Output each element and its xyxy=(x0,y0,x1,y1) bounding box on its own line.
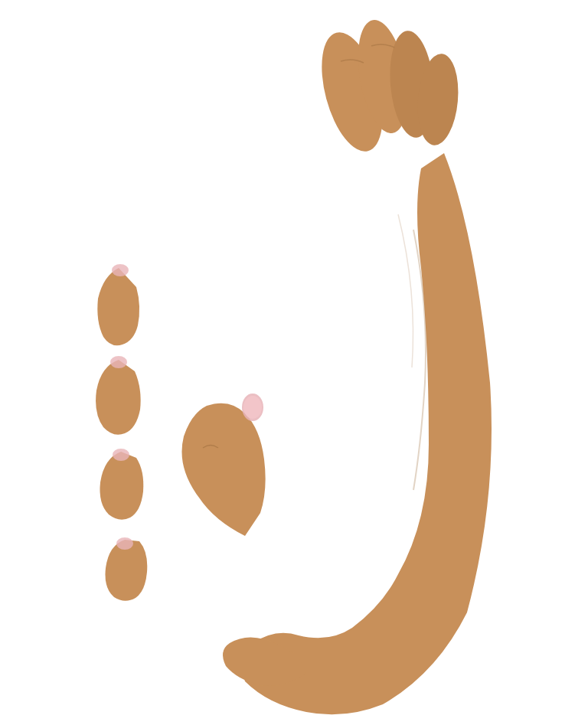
status-label-1: STATUS xyxy=(149,308,181,316)
disarm-all-button[interactable]: DISARM ALL xyxy=(286,168,349,202)
device-card-1: Samsung, Galaxy S8 Smartphone Mobile Car… xyxy=(138,266,360,326)
hamburger-icon[interactable]: ☰ xyxy=(149,106,161,123)
page-title: DISPLAY SECURITY xyxy=(159,144,349,156)
lock-all-button[interactable]: LOCK ALL xyxy=(149,168,211,202)
shield-icon-2: 🛡 xyxy=(337,367,349,381)
search-box[interactable]: 🔍 SEARCH xyxy=(149,238,349,260)
device-name-3: Apple, iPhone 11 xyxy=(149,400,234,410)
status-time: 11:53 xyxy=(150,80,174,91)
tab-secure-status[interactable]: SECURE STATUS (12) xyxy=(149,210,240,231)
notification-badge: 7 xyxy=(341,103,352,113)
app-header: ☰ LIVE DISPLAY 🔔 7 xyxy=(138,95,360,136)
search-container: 🔍 SEARCH xyxy=(138,232,360,266)
status-icons: N ⚡ 📶 🔋 xyxy=(308,82,348,90)
status-label-3: STATUS xyxy=(149,433,181,442)
status-label-2: STATUS xyxy=(149,371,181,379)
device-row-3[interactable]: Apple, iPhone 11 Mobile Table, Position … xyxy=(138,392,360,423)
shield-icon-1: 🛡 xyxy=(337,305,349,318)
chevron-right-icon-1: › xyxy=(345,278,349,290)
device-status-row-3: STATUS 🛡 xyxy=(138,426,360,452)
search-icon: 🔍 xyxy=(157,243,169,255)
back-button[interactable]: ‹ xyxy=(149,142,153,158)
unlock-all-button[interactable]: UNLOCK ALL xyxy=(217,168,280,202)
logo-display-text: DISPLAY xyxy=(237,116,254,119)
devices-list: Samsung, Galaxy S8 Smartphone Mobile Car… xyxy=(138,266,360,455)
tabs-row: SECURE STATUS (12) ISSUES (0) xyxy=(138,210,360,232)
chevron-right-icon-3: › xyxy=(345,403,349,416)
device-card-3: Apple, iPhone 11 Mobile Table, Position … xyxy=(138,392,360,452)
device-sub-3: Mobile Table, Position 10 xyxy=(149,411,234,420)
device-status-row-1: STATUS 🛡 xyxy=(138,300,360,326)
tab-issues[interactable]: ISSUES (0) xyxy=(255,210,301,231)
action-buttons-row: LOCK ALL UNLOCK ALL DISARM ALL xyxy=(138,161,360,210)
device-name-2: Samsung, Galaxy A5 xyxy=(149,337,239,348)
notification-button[interactable]: 🔔 7 xyxy=(330,106,349,124)
device-sub-1: Mobile Carrier, Wireless Experie… xyxy=(149,286,295,294)
device-sub-2: Mobile Table, Position 1 xyxy=(149,348,239,357)
device-card-2: Samsung, Galaxy A5 Mobile Table, Positio… xyxy=(138,329,360,389)
device-info-1: Samsung, Galaxy S8 Smartphone Mobile Car… xyxy=(149,274,295,294)
app-logo: LIVE DISPLAY xyxy=(230,100,261,130)
device-name-1: Samsung, Galaxy S8 Smartphone xyxy=(149,274,295,285)
search-placeholder: SEARCH xyxy=(174,244,217,255)
device-info-3: Apple, iPhone 11 Mobile Table, Position … xyxy=(149,400,234,420)
page-header: ‹ DISPLAY SECURITY xyxy=(138,136,360,161)
device-info-2: Samsung, Galaxy A5 Mobile Table, Positio… xyxy=(149,337,239,357)
device-row-1[interactable]: Samsung, Galaxy S8 Smartphone Mobile Car… xyxy=(138,266,360,297)
shield-icon-3: 🛡 xyxy=(337,430,349,444)
device-status-row-2: STATUS 🛡 xyxy=(138,363,360,389)
chevron-right-icon-2: › xyxy=(345,341,349,353)
device-row-2[interactable]: Samsung, Galaxy A5 Mobile Table, Positio… xyxy=(138,329,360,360)
